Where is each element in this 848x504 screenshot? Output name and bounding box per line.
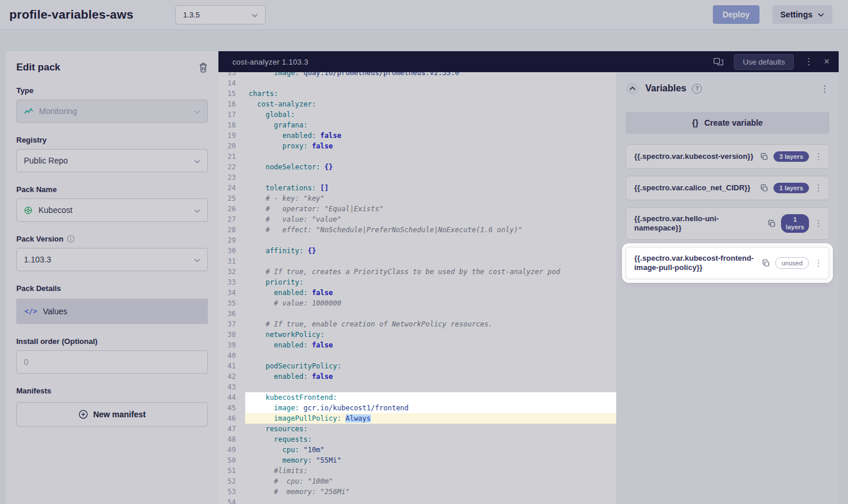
code-editor[interactable]: 13 image: quay.io/prometheus/prometheus:…: [218, 72, 616, 504]
pack-name-select[interactable]: Kubecost: [16, 198, 208, 222]
code-line[interactable]: 26 # operator: "Equal|Exists": [218, 204, 616, 214]
pack-details-values-item[interactable]: </> Values: [16, 299, 208, 324]
split-view-icon[interactable]: [713, 58, 723, 66]
code-line[interactable]: 51 #limits:: [218, 466, 616, 476]
settings-button[interactable]: Settings: [772, 5, 832, 24]
code-line[interactable]: 16 cost-analyzer:: [218, 99, 616, 109]
variables-panel: Variables ? ⋮ {} Create variable {{.spec…: [616, 72, 839, 504]
use-defaults-button[interactable]: Use defaults: [734, 54, 793, 70]
code-line[interactable]: 27 # value: "value": [218, 214, 616, 225]
code-line[interactable]: 41 podSecurityPolicy:: [218, 361, 616, 371]
code-line[interactable]: 37 # If true, enable creation of Network…: [218, 319, 616, 329]
code-text: memory: "55Mi": [245, 455, 616, 466]
code-line[interactable]: 43: [218, 382, 616, 392]
code-line[interactable]: 53 # memory: "256Mi": [218, 487, 616, 497]
edit-pack-title: Edit pack: [16, 62, 61, 73]
code-line[interactable]: 21: [218, 151, 616, 162]
copy-icon[interactable]: [762, 259, 770, 267]
line-number: 23: [218, 172, 245, 183]
code-line[interactable]: 17 global:: [218, 109, 616, 120]
code-text: # effect: "NoSchedule|PreferNoSchedule|N…: [245, 225, 616, 235]
code-line[interactable]: 29: [218, 235, 616, 246]
code-line[interactable]: 28 # effect: "NoSchedule|PreferNoSchedul…: [218, 225, 616, 235]
code-line[interactable]: 42 enabled: false: [218, 371, 616, 382]
copy-icon[interactable]: [760, 152, 768, 161]
code-text: affinity: {}: [245, 246, 616, 256]
install-order-input[interactable]: [16, 350, 208, 374]
row-menu-icon[interactable]: ⋮: [814, 183, 823, 193]
code-line[interactable]: 52 # cpu: "100m": [218, 476, 616, 487]
line-number: 25: [218, 193, 245, 204]
variable-row[interactable]: {{.spectro.var.kubecost-version}}3 layer…: [626, 144, 829, 169]
chevron-down-icon: [252, 10, 258, 19]
page-title: profile-variables-aws: [9, 8, 133, 22]
collapse-panel-icon[interactable]: [626, 81, 639, 95]
code-line[interactable]: 50 memory: "55Mi": [218, 455, 616, 466]
usage-badge: 1 layers: [773, 183, 809, 193]
variable-row[interactable]: {{.spectro.var.hello-uni-namespace}}1 la…: [626, 207, 829, 240]
kubecost-helm-icon: [24, 206, 33, 215]
code-line[interactable]: 30 affinity: {}: [218, 246, 616, 256]
editor-menu-icon[interactable]: ⋮: [804, 57, 814, 66]
create-variable-button[interactable]: {} Create variable: [626, 112, 829, 134]
code-text: #limits:: [245, 466, 616, 476]
chevron-down-icon: [194, 205, 200, 215]
code-line[interactable]: 47 resources:: [218, 424, 616, 434]
delete-pack-button[interactable]: [199, 62, 208, 73]
line-number: 22: [218, 162, 245, 172]
row-menu-icon[interactable]: ⋮: [814, 151, 823, 162]
profile-version-select[interactable]: 1.3.5: [175, 5, 266, 24]
code-line[interactable]: 31: [218, 256, 616, 267]
code-line[interactable]: 35 # value: 1000000: [218, 298, 616, 308]
registry-value: Public Repo: [24, 156, 68, 165]
code-line[interactable]: 20 proxy: false: [218, 141, 616, 151]
code-line[interactable]: 48 requests:: [218, 434, 616, 445]
pack-name-label: Pack Name: [16, 185, 208, 194]
deploy-button[interactable]: Deploy: [713, 5, 759, 24]
code-line[interactable]: 32 # If true, creates a PriorityClass to…: [218, 267, 616, 277]
code-line[interactable]: 19 enabled: false: [218, 130, 616, 141]
code-line[interactable]: 33 priority:: [218, 277, 616, 288]
code-line[interactable]: 38 networkPolicy:: [218, 329, 616, 340]
line-number: 53: [218, 487, 245, 497]
code-line[interactable]: 40: [218, 350, 616, 361]
variable-row[interactable]: {{.spectro.var.calico_net_CIDR}}1 layers…: [626, 176, 829, 200]
new-manifest-label: New manifest: [93, 410, 146, 419]
type-select[interactable]: Monitoring: [16, 100, 208, 123]
code-line[interactable]: 13 image: quay.io/prometheus/prometheus:…: [218, 72, 616, 78]
code-line[interactable]: 23: [218, 172, 616, 183]
row-menu-icon[interactable]: ⋮: [814, 218, 823, 229]
code-line[interactable]: 39 enabled: false: [218, 340, 616, 350]
code-line[interactable]: 24 tolerations: []: [218, 183, 616, 193]
copy-icon[interactable]: [768, 219, 776, 228]
code-line[interactable]: 25 # - key: "key": [218, 193, 616, 204]
close-icon[interactable]: ×: [824, 57, 829, 66]
copy-icon[interactable]: [760, 184, 768, 192]
variable-row[interactable]: {{.spectro.var.kubecost-frontend-image-p…: [626, 247, 829, 279]
code-line[interactable]: 34 enabled: false: [218, 288, 616, 298]
code-line[interactable]: 15charts:: [218, 88, 616, 99]
line-number: 30: [218, 246, 245, 256]
code-line[interactable]: 49 cpu: "10m": [218, 445, 616, 455]
help-icon[interactable]: ?: [692, 84, 702, 94]
code-text: [245, 235, 616, 246]
editor-title: cost-analyzer 1.103.3: [232, 58, 309, 66]
row-menu-icon[interactable]: ⋮: [814, 258, 823, 268]
variables-menu-icon[interactable]: ⋮: [820, 83, 829, 94]
code-line[interactable]: 54: [218, 497, 616, 504]
code-text: image: quay.io/prometheus/prometheus:v2.…: [245, 72, 616, 78]
code-line[interactable]: 44 kubecostFrontend:: [218, 392, 616, 403]
code-line[interactable]: 18 grafana:: [218, 120, 616, 130]
code-line[interactable]: 22 nodeSelector: {}: [218, 162, 616, 172]
line-number: 45: [218, 403, 245, 413]
code-line[interactable]: 14: [218, 78, 616, 88]
new-manifest-button[interactable]: New manifest: [16, 402, 208, 427]
code-line[interactable]: 45 image: gcr.io/kubecost1/frontend: [218, 403, 616, 413]
registry-select[interactable]: Public Repo: [16, 149, 208, 172]
editor-header: cost-analyzer 1.103.3 Use defaults ⋮ ×: [218, 51, 839, 72]
code-line[interactable]: 36: [218, 308, 616, 319]
pack-version-select[interactable]: 1.103.3: [16, 248, 208, 271]
code-line[interactable]: 46 imagePullPolicy: Always: [218, 413, 616, 424]
code-text: tolerations: []: [245, 183, 616, 193]
code-area[interactable]: 13 image: quay.io/prometheus/prometheus:…: [218, 72, 616, 504]
